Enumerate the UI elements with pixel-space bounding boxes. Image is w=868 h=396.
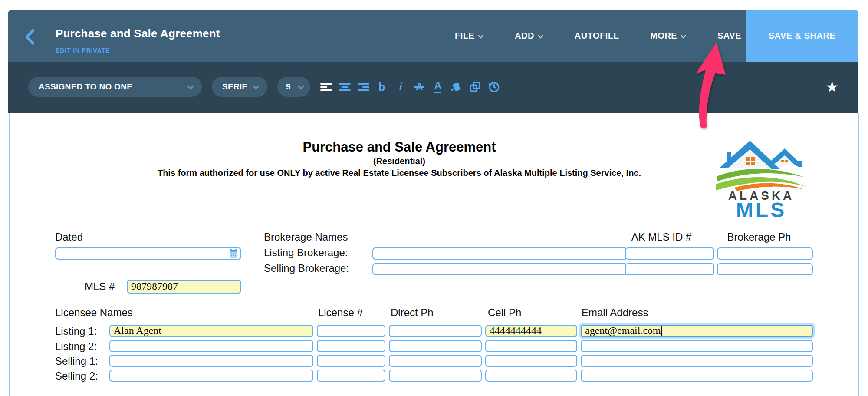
document-title: Purchase and Sale Agreement [65, 139, 733, 155]
listing2-name-field[interactable] [109, 340, 313, 352]
ak-mls-id-header: AK MLS ID # [618, 231, 705, 243]
selling1-email-field[interactable] [581, 355, 813, 367]
calendar-icon[interactable] [229, 249, 238, 260]
selling-brokerage-field[interactable] [372, 263, 628, 275]
mls-number-field[interactable]: 987987987 [127, 280, 241, 294]
selling1-direct-ph-field[interactable] [389, 355, 482, 367]
selling-brokerage-label: Selling Brokerage: [264, 262, 349, 274]
mls-number-value: 987987987 [128, 280, 240, 292]
license-col-header: License # [318, 307, 363, 319]
dated-field[interactable] [55, 248, 241, 260]
email-col-header: Email Address [582, 307, 648, 319]
selling2-cell-ph-field[interactable] [485, 370, 577, 382]
brokerage-names-label: Brokerage Names [264, 231, 348, 243]
document-heading: Purchase and Sale Agreement (Residential… [65, 139, 733, 179]
brokerage-ph-header: Brokerage Ph [716, 231, 802, 243]
document-subtitle: (Residential) [65, 155, 733, 167]
listing1-name-value: Alan Agent [110, 325, 312, 336]
selling2-license-field[interactable] [317, 370, 385, 382]
selling-brokerage-ph-field[interactable] [717, 263, 813, 275]
listing1-direct-ph-field[interactable] [389, 325, 482, 337]
listing-brokerage-ph-field[interactable] [717, 248, 813, 260]
selling-ak-mls-id-field[interactable] [625, 263, 714, 275]
selling1-cell-ph-field[interactable] [485, 355, 577, 367]
listing1-cell-ph-field[interactable]: 4444444444 [485, 325, 577, 337]
listing1-name-field[interactable]: Alan Agent [109, 325, 313, 337]
selling1-license-field[interactable] [317, 355, 385, 367]
row-label-listing-2: Listing 2: [55, 340, 97, 353]
listing1-email-value: agent@email.com [582, 325, 812, 336]
listing2-cell-ph-field[interactable] [485, 340, 577, 352]
mls-number-label: MLS # [85, 280, 115, 293]
alaska-mls-logo: ALASKA MLS [715, 134, 807, 221]
row-label-selling-2: Selling 2: [55, 370, 98, 382]
selling2-email-field[interactable] [581, 370, 813, 382]
row-label-selling-1: Selling 1: [55, 355, 98, 367]
selling2-direct-ph-field[interactable] [389, 370, 482, 382]
document-page: Purchase and Sale Agreement (Residential… [0, 0, 868, 396]
direct-ph-col-header: Direct Ph [391, 307, 434, 319]
text-cursor [661, 326, 662, 336]
dated-label: Dated [55, 231, 83, 243]
listing1-cell-ph-value: 4444444444 [486, 325, 576, 336]
listing2-license-field[interactable] [317, 340, 385, 352]
document-authorization-line: This form authorized for use ONLY by act… [65, 167, 733, 179]
listing-brokerage-field[interactable] [372, 248, 628, 260]
app-window: Purchase and Sale Agreement EDIT IN PRIV… [0, 0, 868, 396]
licensee-names-label: Licensee Names [55, 307, 133, 319]
listing1-license-field[interactable] [317, 325, 385, 337]
listing2-email-field[interactable] [581, 340, 813, 352]
row-label-listing-1: Listing 1: [55, 325, 97, 337]
listing1-email-field[interactable]: agent@email.com [581, 325, 813, 337]
listing-ak-mls-id-field[interactable] [625, 248, 714, 260]
cell-ph-col-header: Cell Ph [488, 307, 521, 319]
selling2-name-field[interactable] [109, 370, 313, 382]
selling1-name-field[interactable] [109, 355, 313, 367]
listing2-direct-ph-field[interactable] [389, 340, 482, 352]
listing-brokerage-label: Listing Brokerage: [264, 247, 348, 259]
logo-text-mls: MLS [736, 198, 786, 219]
